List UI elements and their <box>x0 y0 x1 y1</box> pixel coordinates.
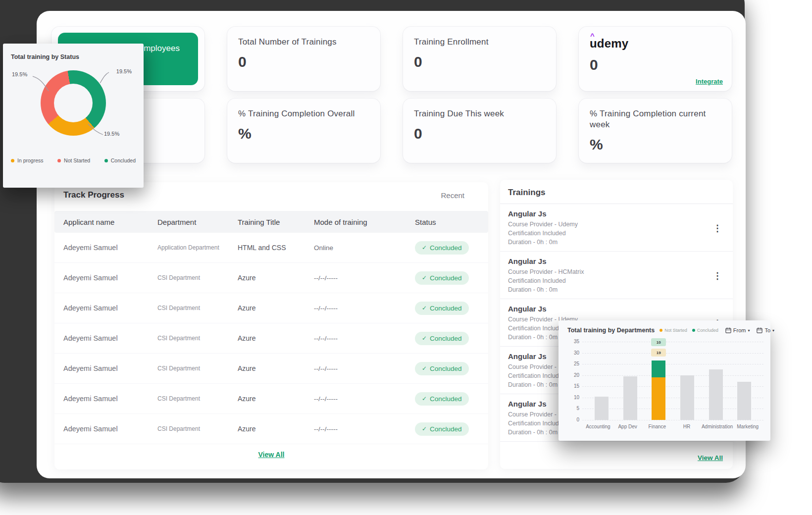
department-legend-item: Not Started <box>660 328 687 333</box>
status-badge: ✓Concluded <box>415 302 469 315</box>
check-icon: ✓ <box>422 335 427 342</box>
cell-status: ✓Concluded <box>415 271 488 285</box>
cell-mode-of-training: Online <box>314 244 415 252</box>
check-icon: ✓ <box>422 365 427 372</box>
y-axis-tick: 10 <box>566 395 579 400</box>
table-row[interactable]: Adeyemi SamuelCSI DepartmentAzure--/--/-… <box>54 354 488 384</box>
card-training-due: Training Due This week 0 <box>403 99 556 163</box>
table-row[interactable]: Adeyemi SamuelCSI DepartmentAzure--/--/-… <box>54 293 488 323</box>
track-progress-title: Track Progress <box>63 190 124 200</box>
cell-training-title: Azure <box>238 334 314 342</box>
cell-training-title: Azure <box>238 274 314 282</box>
cell-applicant-name: Adeyemi Samuel <box>63 395 157 403</box>
status-chart-legend: In progressNot StartedConcluded <box>3 157 144 163</box>
department-legend-item: Concluded <box>692 328 718 333</box>
x-axis-label: Administration <box>702 424 733 429</box>
training-enrollment-label: Training Enrollment <box>414 37 545 48</box>
department-chart-title: Total training by Departments <box>567 327 655 334</box>
status-legend-label: Not Started <box>64 157 90 163</box>
cell-department: CSI Department <box>157 395 238 402</box>
legend-dot-icon <box>11 159 14 162</box>
cell-training-title: Azure <box>238 395 314 403</box>
bar-slot-app-dev <box>616 342 645 420</box>
date-to-picker[interactable]: To ▾ <box>757 327 774 333</box>
trainings-title: Trainings <box>500 180 733 204</box>
department-chart-card: Total training by Departments Not Starte… <box>558 320 770 441</box>
bar <box>680 375 694 420</box>
table-row[interactable]: Adeyemi SamuelCSI DepartmentAzure--/--/-… <box>54 263 488 293</box>
bars-container: 1910 <box>582 342 763 420</box>
bar-value-badge: 10 <box>651 338 666 346</box>
bar-segment <box>737 382 751 420</box>
calendar-icon <box>725 327 731 333</box>
cell-status: ✓Concluded <box>415 241 488 255</box>
date-from-picker[interactable]: From ▾ <box>725 327 750 333</box>
status-chart-title: Total training by Status <box>3 44 144 60</box>
completion-current-week-label: % Training Completion current week <box>590 108 721 130</box>
y-axis-tick: 20 <box>566 372 579 378</box>
x-axis-label: Finance <box>642 424 672 429</box>
y-axis-tick: 30 <box>566 350 579 356</box>
cell-applicant-name: Adeyemi Samuel <box>63 244 157 252</box>
cell-department: Application Department <box>157 244 238 251</box>
training-item-title: Angular Js <box>508 209 578 218</box>
training-item-certification: Certification Included <box>508 229 578 238</box>
udemy-brand-text: udemy <box>590 37 628 50</box>
cell-training-title: Azure <box>238 364 314 372</box>
table-row[interactable]: Adeyemi SamuelCSI DepartmentAzure--/--/-… <box>54 384 488 414</box>
udemy-integrate-link[interactable]: Integrate <box>696 78 723 85</box>
legend-dot-icon <box>692 329 695 332</box>
table-row[interactable]: Adeyemi SamuelCSI DepartmentAzure--/--/-… <box>54 414 488 444</box>
cell-department: CSI Department <box>157 425 238 432</box>
total-trainings-value: 0 <box>238 53 369 70</box>
check-icon: ✓ <box>422 244 427 251</box>
status-legend-item: Concluded <box>104 157 136 163</box>
x-axis-label: HR <box>672 424 702 429</box>
bar-slot-accounting <box>587 342 616 420</box>
legend-dot-icon <box>57 159 61 162</box>
training-list-item: Angular JsCourse Provider - HCMatrixCert… <box>500 252 733 299</box>
kebab-menu-icon[interactable]: ⋮ <box>710 223 725 234</box>
trainings-view-all-link[interactable]: View All <box>698 454 723 462</box>
cell-applicant-name: Adeyemi Samuel <box>63 425 157 433</box>
cell-training-title: HTML and CSS <box>238 244 314 252</box>
table-row[interactable]: Adeyemi SamuelCSI DepartmentAzure--/--/-… <box>54 323 488 354</box>
cell-mode-of-training: --/--/----- <box>314 335 415 342</box>
status-chart-card: Total training by Status 19.5% 19.5% 19.… <box>3 44 144 188</box>
bar-slot-administration <box>702 342 730 420</box>
table-view-all-link[interactable]: View All <box>54 451 488 459</box>
training-enrollment-value: 0 <box>414 53 545 70</box>
table-body: Adeyemi SamuelApplication DepartmentHTML… <box>54 233 488 444</box>
bar-segment <box>595 397 609 420</box>
donut-callout-not-started: 19.5% <box>12 71 27 77</box>
department-chart-header: Total training by Departments Not Starte… <box>558 320 770 334</box>
bar <box>652 360 665 420</box>
y-axis-tick: 15 <box>566 383 579 389</box>
chevron-down-icon: ▾ <box>772 328 774 333</box>
x-axis-label: App Dev <box>613 424 643 429</box>
training-item-duration: Duration - 0h : 0m <box>508 238 578 247</box>
cell-applicant-name: Adeyemi Samuel <box>63 304 157 312</box>
department-bar-plot: 353025201510501910 <box>582 342 763 420</box>
check-icon: ✓ <box>422 274 427 281</box>
training-list-item: Angular JsCourse Provider - UdemyCertifi… <box>500 204 733 252</box>
status-legend-item: In progress <box>11 157 44 163</box>
bar-segment <box>652 360 665 377</box>
training-item-title: Angular Js <box>508 305 578 313</box>
kebab-menu-icon[interactable]: ⋮ <box>710 270 725 281</box>
cell-mode-of-training: --/--/----- <box>314 365 415 372</box>
check-icon: ✓ <box>422 425 427 432</box>
udemy-logo: ^udemy <box>590 37 628 51</box>
status-badge: ✓Concluded <box>415 241 469 255</box>
status-badge: ✓Concluded <box>415 362 469 375</box>
legend-dot-icon <box>660 329 662 332</box>
cell-mode-of-training: --/--/----- <box>314 395 415 403</box>
cell-mode-of-training: --/--/----- <box>314 305 415 312</box>
training-due-label: Training Due This week <box>414 108 545 119</box>
cell-department: CSI Department <box>157 365 238 372</box>
table-row[interactable]: Adeyemi SamuelApplication DepartmentHTML… <box>54 233 488 263</box>
table-header-row: Applicant name Department Training Title… <box>54 211 488 233</box>
stat-cards-grid: Total Number of Employees Total Number o… <box>51 27 732 163</box>
completion-overall-label: % Training Completion Overall <box>238 108 369 119</box>
recent-filter[interactable]: Recent <box>441 191 464 200</box>
